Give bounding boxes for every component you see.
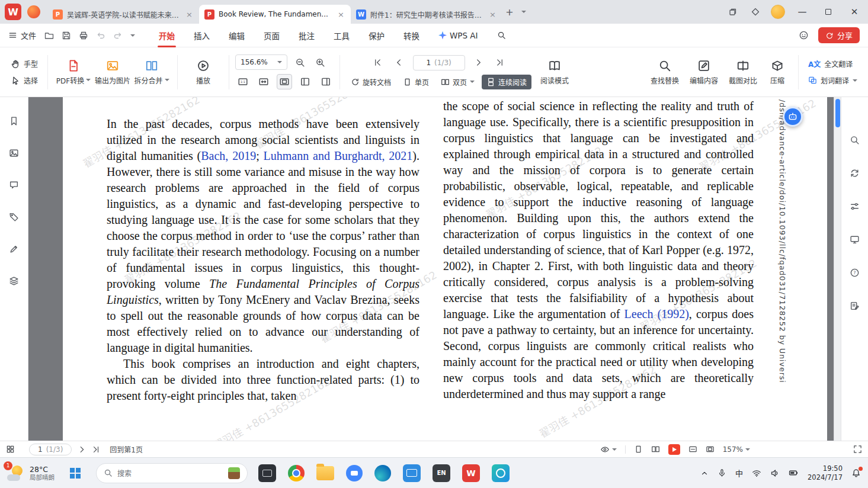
tab-close-icon[interactable]: × xyxy=(337,10,345,19)
comments-panel-button[interactable] xyxy=(6,176,23,193)
save-icon[interactable] xyxy=(62,31,71,40)
menu-tab-tools[interactable]: 工具 xyxy=(324,24,359,47)
continuous-reading-button[interactable]: 连续阅读 xyxy=(482,75,531,89)
next-page-button[interactable] xyxy=(471,55,486,70)
app-launcher-icon[interactable] xyxy=(27,5,40,18)
menu-tab-edit[interactable]: 编辑 xyxy=(219,24,254,47)
page-number-box[interactable]: 1 (1/3) xyxy=(413,55,465,70)
language-indicator[interactable]: EN xyxy=(433,464,450,482)
page-left-layout-button[interactable] xyxy=(297,74,313,89)
screenshot-compare-button[interactable]: 截图对比 xyxy=(723,59,763,85)
taskbar-app-file-explorer[interactable] xyxy=(316,466,334,480)
taskbar-search-input[interactable]: 搜索 xyxy=(96,463,248,483)
document-tab-doc[interactable]: W 附件1：研究生中期考核读书报告模板 × xyxy=(351,5,502,24)
redo-icon[interactable] xyxy=(113,31,123,40)
document-canvas[interactable]: 翟羽佳 +8613655282162 翟羽佳 +8613655282162 翟羽… xyxy=(28,97,841,441)
help-button[interactable]: ? xyxy=(847,264,863,281)
scrollbar-thumb[interactable] xyxy=(835,99,840,127)
notes-edit-button[interactable] xyxy=(847,297,863,314)
thumbnail-grid-button[interactable] xyxy=(6,445,15,454)
zoom-in-button[interactable] xyxy=(312,54,328,70)
status-last-page-button[interactable] xyxy=(92,445,100,454)
menu-tab-page[interactable]: 页面 xyxy=(254,24,289,47)
taskbar-app-dark[interactable] xyxy=(258,464,276,482)
menu-tab-home[interactable]: 开始 xyxy=(149,24,184,47)
tab-close-icon[interactable]: × xyxy=(488,10,497,19)
share-button[interactable]: 分享 xyxy=(818,27,860,43)
undo-icon[interactable] xyxy=(96,31,105,40)
find-replace-button[interactable]: 查找替换 xyxy=(645,59,684,85)
settings-sliders-button[interactable] xyxy=(847,198,863,214)
hand-tool-button[interactable]: 手型 xyxy=(7,57,41,70)
actual-size-button[interactable]: 1:1 xyxy=(235,74,251,89)
print-icon[interactable] xyxy=(79,31,88,40)
zoom-select[interactable]: 156.6% xyxy=(235,54,287,70)
thumbnails-panel-button[interactable] xyxy=(6,145,23,161)
battery-tray-icon[interactable] xyxy=(789,468,799,478)
ai-assistant-floating-button[interactable] xyxy=(783,107,803,127)
previous-page-button[interactable] xyxy=(392,55,407,70)
view-options-button[interactable] xyxy=(600,445,617,454)
split-merge-button[interactable]: 拆分合并 xyxy=(132,59,171,85)
taskbar-app-mail[interactable] xyxy=(403,464,421,482)
status-fit-page-button[interactable] xyxy=(706,445,715,454)
menu-tab-annotate[interactable]: 批注 xyxy=(289,24,324,47)
widgets-icon[interactable] xyxy=(748,5,763,19)
full-text-translate-button[interactable]: A文 全文翻译 xyxy=(805,57,861,70)
status-zoom-select[interactable]: 157% xyxy=(723,445,750,454)
status-page-indicator[interactable]: 1 (1/3) xyxy=(29,444,72,455)
search-tool-button[interactable] xyxy=(847,131,863,148)
layers-panel-button[interactable] xyxy=(6,272,23,289)
rotate-document-button[interactable]: 旋转文档 xyxy=(346,75,396,89)
fullscreen-button[interactable] xyxy=(853,445,862,454)
status-single-page-button[interactable] xyxy=(634,445,643,454)
zoom-out-button[interactable] xyxy=(292,54,308,70)
vertical-scrollbar[interactable] xyxy=(834,97,841,441)
first-page-button[interactable] xyxy=(370,55,386,70)
display-tool-button[interactable] xyxy=(847,231,863,248)
compress-button[interactable]: 压缩 xyxy=(763,59,792,85)
user-avatar[interactable] xyxy=(771,5,785,19)
play-button[interactable]: 播放 xyxy=(184,59,223,85)
menu-tab-wps-ai[interactable]: WPS AI xyxy=(429,24,488,47)
window-maximize-button[interactable] xyxy=(819,4,837,20)
taskbar-app-edge[interactable] xyxy=(374,465,391,481)
document-tab-ppt[interactable]: P 吴诚辉-英语学院-以读书赋能未来发... × xyxy=(47,5,199,24)
quick-access-chevron-icon[interactable] xyxy=(130,34,135,37)
menu-tab-protect[interactable]: 保护 xyxy=(359,24,394,47)
status-play-button[interactable] xyxy=(668,444,680,455)
status-double-page-button[interactable] xyxy=(651,445,660,454)
ime-indicator[interactable]: 中 xyxy=(735,467,743,479)
annotation-pen-button[interactable] xyxy=(6,240,23,257)
wps-logo[interactable]: W xyxy=(5,4,21,20)
taskbar-app-zoom[interactable] xyxy=(346,465,363,481)
output-as-image-button[interactable]: 输出为图片 xyxy=(93,59,132,85)
pdf-convert-button[interactable]: PDF转换 xyxy=(54,59,93,85)
notification-center-button[interactable] xyxy=(851,468,861,478)
wifi-tray-icon[interactable] xyxy=(752,468,761,478)
menu-tab-convert[interactable]: 转换 xyxy=(394,24,429,47)
clock-widget[interactable]: 19:50 2024/7/17 xyxy=(808,464,843,482)
mood-icon[interactable] xyxy=(799,30,809,40)
taskbar-app-meeting[interactable] xyxy=(492,464,510,482)
citation-link[interactable]: Luhmann and Burghardt, 2021 xyxy=(264,149,413,162)
menu-tab-insert[interactable]: 插入 xyxy=(184,24,219,47)
volume-tray-icon[interactable] xyxy=(770,468,780,478)
word-translate-button[interactable]: 划词翻译 xyxy=(805,74,861,86)
microphone-tray-icon[interactable] xyxy=(718,468,726,477)
page-right-layout-button[interactable] xyxy=(318,74,334,89)
menu-search-button[interactable] xyxy=(488,24,515,47)
status-next-page-button[interactable] xyxy=(78,445,86,454)
select-tool-button[interactable]: 选择 xyxy=(7,74,41,86)
sync-tool-button[interactable] xyxy=(847,165,863,181)
reading-mode-button[interactable]: 阅读模式 xyxy=(535,59,574,85)
new-tab-button[interactable]: + xyxy=(502,5,517,19)
double-page-button[interactable]: 双页 xyxy=(436,75,479,89)
open-folder-icon[interactable] xyxy=(44,31,54,40)
file-menu-button[interactable]: 文件 xyxy=(8,30,36,41)
tab-list-chevron-icon[interactable] xyxy=(517,5,531,19)
citation-link[interactable]: Leech (1992) xyxy=(624,307,689,320)
window-minimize-button[interactable]: — xyxy=(793,4,811,20)
taskbar-app-wps[interactable]: W xyxy=(462,464,480,482)
last-page-button[interactable] xyxy=(492,55,508,70)
